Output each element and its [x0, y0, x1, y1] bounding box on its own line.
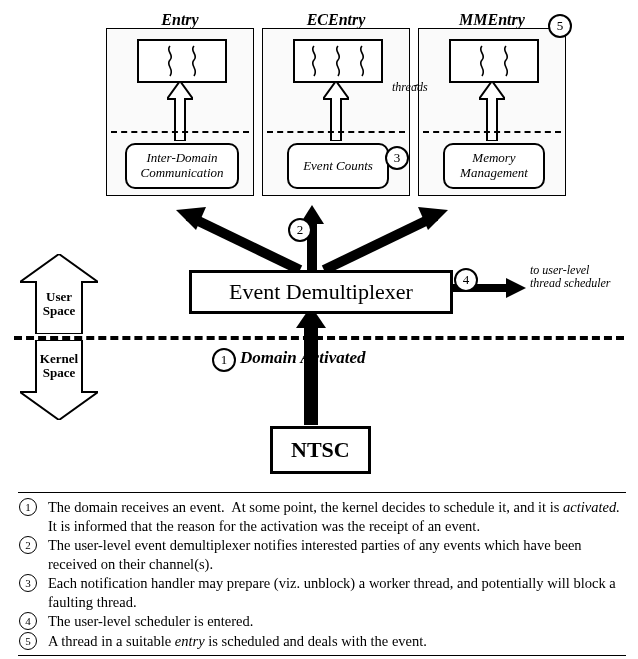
thread-icon [499, 45, 513, 77]
to-sched-line2: thread scheduler [530, 277, 630, 290]
handler-box-b: Event Counts [287, 143, 389, 189]
thread-icon [307, 45, 321, 77]
legend-text-2: The user-level event demultiplexer notif… [48, 536, 626, 573]
legend-ring-2: 2 [19, 536, 37, 554]
kernel-space-label: Kernel Space [30, 352, 88, 381]
entry-frame-a: Entry Inter-Domain Communication [106, 28, 254, 196]
entry-frame-b: ECEntry Event Counts [262, 28, 410, 196]
frame-dash-b [267, 131, 405, 133]
entry-title-b: ECEntry [263, 11, 409, 29]
step-badge-5: 5 [548, 14, 572, 38]
thread-icon [163, 45, 177, 77]
step-badge-3: 3 [385, 146, 409, 170]
legend-row-2: 2 The user-level event demultiplexer not… [18, 536, 626, 573]
entry-frame-c: MMEntry Memory Management [418, 28, 566, 196]
ntsc-label: NTSC [291, 437, 350, 462]
step-badge-1: 1 [212, 348, 236, 372]
legend-num-2: 2 [18, 536, 38, 573]
frame-dash-a [111, 131, 249, 133]
handler-label-c: Memory Management [460, 151, 528, 181]
legend-num-4: 4 [18, 612, 38, 631]
thread-box-c [449, 39, 539, 83]
legend-row-4: 4 The user-level scheduler is entered. [18, 612, 626, 631]
step-num-3: 3 [394, 150, 401, 166]
to-scheduler-label: to user-level thread scheduler [530, 264, 630, 290]
user-space-label: User Space [34, 290, 84, 319]
ntsc-box: NTSC [270, 426, 371, 474]
legend-ring-4: 4 [19, 612, 37, 630]
legend-num-3: 3 [18, 574, 38, 611]
step-badge-4: 4 [454, 268, 478, 292]
handler-label-a: Inter-Domain Communication [140, 151, 223, 181]
legend-text-1: The domain receives an event. At some po… [48, 498, 626, 535]
entry-title-c: MMEntry [419, 11, 565, 29]
legend-row-1: 1 The domain receives an event. At some … [18, 498, 626, 535]
legend-ring-5: 5 [19, 632, 37, 650]
thread-box-a [137, 39, 227, 83]
kernel-user-divider [14, 336, 624, 340]
demux-label: Event Demultiplexer [229, 279, 413, 304]
threads-label: threads [392, 80, 428, 95]
thread-icon [355, 45, 369, 77]
diagram-root: Entry Inter-Domain Communication ECEntry… [0, 0, 638, 659]
legend: 1 The domain receives an event. At some … [18, 492, 626, 656]
domain-activated-label: Domain Activated [240, 348, 365, 368]
entry-title-a: Entry [107, 11, 253, 29]
svg-rect-0 [304, 325, 318, 425]
step-num-1: 1 [221, 352, 228, 368]
step-num-4: 4 [463, 272, 470, 288]
step-num-2: 2 [297, 222, 304, 238]
thread-icon [475, 45, 489, 77]
thread-box-b [293, 39, 383, 83]
thread-icon [331, 45, 345, 77]
demux-box: Event Demultiplexer [189, 270, 453, 314]
handler-label-b: Event Counts [303, 159, 373, 174]
legend-row-5: 5 A thread in a suitable entry is schedu… [18, 632, 626, 651]
thread-icon [187, 45, 201, 77]
handler-box-c: Memory Management [443, 143, 545, 189]
legend-row-3: 3 Each notification handler may prepare … [18, 574, 626, 611]
handler-box-a: Inter-Domain Communication [125, 143, 239, 189]
legend-num-5: 5 [18, 632, 38, 651]
legend-text-5: A thread in a suitable entry is schedule… [48, 632, 626, 651]
legend-num-1: 1 [18, 498, 38, 535]
legend-text-4: The user-level scheduler is entered. [48, 612, 626, 631]
frame-dash-c [423, 131, 561, 133]
step-num-5: 5 [557, 18, 564, 34]
step-badge-2: 2 [288, 218, 312, 242]
legend-ring-1: 1 [19, 498, 37, 516]
legend-ring-3: 3 [19, 574, 37, 592]
legend-text-3: Each notification handler may prepare (v… [48, 574, 626, 611]
